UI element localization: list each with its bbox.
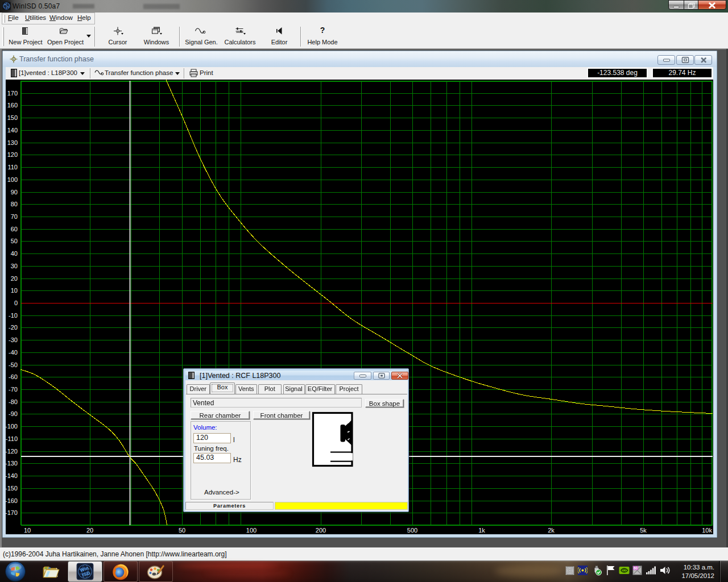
svg-text:70: 70 [11,213,18,220]
svg-text:10k: 10k [702,527,712,534]
svg-text:-60: -60 [9,373,18,380]
svg-text:20: 20 [11,275,18,282]
svg-text:2k: 2k [548,527,555,534]
svg-text:-40: -40 [9,349,18,356]
svg-text:200: 200 [316,527,326,534]
svg-text:140: 140 [7,127,18,134]
svg-text:60: 60 [634,566,638,570]
svg-text:30: 30 [11,263,18,269]
svg-text:-80: -80 [9,398,18,405]
svg-text:-150: -150 [6,485,18,492]
svg-text:-140: -140 [6,472,18,479]
svg-text:40: 40 [11,250,18,257]
svg-text:20: 20 [86,527,93,534]
svg-text:-10: -10 [9,312,18,319]
svg-text:-70: -70 [9,386,18,393]
svg-text:-170: -170 [6,509,18,516]
svg-text:-100: -100 [6,423,18,430]
svg-text:-30: -30 [9,336,18,343]
svg-text:50: 50 [11,238,18,244]
svg-text:-160: -160 [6,497,18,504]
svg-text:500: 500 [407,527,417,534]
svg-text:160: 160 [7,102,18,109]
svg-text:100: 100 [7,176,18,183]
svg-text:50: 50 [179,527,185,534]
svg-text:-90: -90 [9,410,18,417]
svg-text:10: 10 [24,527,31,534]
svg-text:170: 170 [7,90,18,97]
svg-text:-120: -120 [6,448,18,455]
svg-text:130: 130 [7,139,18,146]
svg-text:100: 100 [246,527,257,534]
svg-text:80: 80 [11,201,18,207]
svg-text:0: 0 [14,300,18,306]
svg-text:10: 10 [11,287,18,294]
svg-text:5k: 5k [640,527,647,534]
svg-text:-50: -50 [9,361,18,368]
svg-text:120: 120 [7,151,18,158]
svg-text:1k: 1k [478,527,485,534]
svg-text:-20: -20 [9,324,18,331]
svg-text:-130: -130 [6,460,18,467]
svg-text:-110: -110 [6,435,18,442]
svg-text:90: 90 [11,189,18,196]
svg-text:60: 60 [11,226,18,232]
svg-text:110: 110 [7,164,18,171]
svg-text:150: 150 [7,114,18,121]
